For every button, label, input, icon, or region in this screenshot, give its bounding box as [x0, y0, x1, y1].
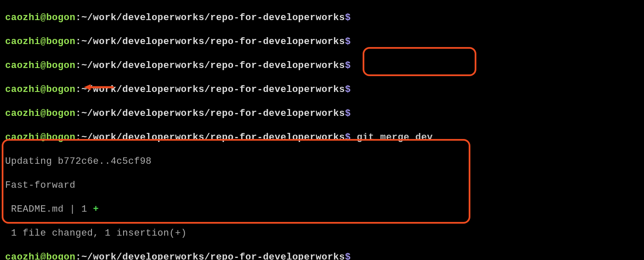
terminal[interactable]: caozhi@bogon:~/work/developerworks/repo-…: [0, 0, 644, 260]
plus-icon: +: [93, 204, 99, 215]
dollar-sign: $: [345, 132, 351, 143]
cwd-path: ~/work/developerworks/repo-for-developer…: [81, 252, 345, 260]
merge-file-prefix: README.md | 1: [5, 204, 93, 215]
prompt-line[interactable]: caozhi@bogon:~/work/developerworks/repo-…: [5, 108, 639, 120]
prompt-line[interactable]: caozhi@bogon:~/work/developerworks/repo-…: [5, 84, 639, 96]
prompt-line-merge[interactable]: caozhi@bogon:~/work/developerworks/repo-…: [5, 132, 639, 144]
user-host: caozhi@bogon: [5, 84, 75, 95]
user-host: caozhi@bogon: [5, 36, 75, 47]
prompt-line[interactable]: caozhi@bogon:~/work/developerworks/repo-…: [5, 36, 639, 48]
prompt-line[interactable]: caozhi@bogon:~/work/developerworks/repo-…: [5, 251, 639, 260]
merge-fast-forward: Fast-forward: [5, 180, 639, 192]
cwd-path: ~/work/developerworks/repo-for-developer…: [81, 108, 345, 119]
user-host: caozhi@bogon: [5, 132, 75, 143]
cwd-path: ~/work/developerworks/repo-for-developer…: [81, 132, 345, 143]
cwd-path: ~/work/developerworks/repo-for-developer…: [81, 36, 345, 47]
command-merge: git merge dev: [357, 132, 433, 143]
merge-updating: Updating b772c6e..4c5cf98: [5, 156, 639, 168]
user-host: caozhi@bogon: [5, 12, 75, 23]
dollar-sign: $: [345, 108, 351, 119]
dollar-sign: $: [345, 60, 351, 71]
user-host: caozhi@bogon: [5, 108, 75, 119]
dollar-sign: $: [345, 252, 351, 260]
colon: :: [75, 12, 81, 23]
colon: :: [75, 60, 81, 71]
cwd-path: ~/work/developerworks/repo-for-developer…: [81, 60, 345, 71]
user-host: caozhi@bogon: [5, 252, 75, 260]
prompt-line[interactable]: caozhi@bogon:~/work/developerworks/repo-…: [5, 60, 639, 72]
merge-file-line: README.md | 1 +: [5, 204, 639, 216]
colon: :: [75, 108, 81, 119]
colon: :: [75, 252, 81, 260]
user-host: caozhi@bogon: [5, 60, 75, 71]
colon: :: [75, 36, 81, 47]
cwd-path: ~/work/developerworks/repo-for-developer…: [81, 12, 345, 23]
prompt-line[interactable]: caozhi@bogon:~/work/developerworks/repo-…: [5, 12, 639, 24]
dollar-sign: $: [345, 84, 351, 95]
dollar-sign: $: [345, 12, 351, 23]
dollar-sign: $: [345, 36, 351, 47]
cwd-path: ~/work/developerworks/repo-for-developer…: [81, 84, 345, 95]
merge-summary: 1 file changed, 1 insertion(+): [5, 228, 639, 239]
colon: :: [75, 132, 81, 143]
colon: :: [75, 84, 81, 95]
